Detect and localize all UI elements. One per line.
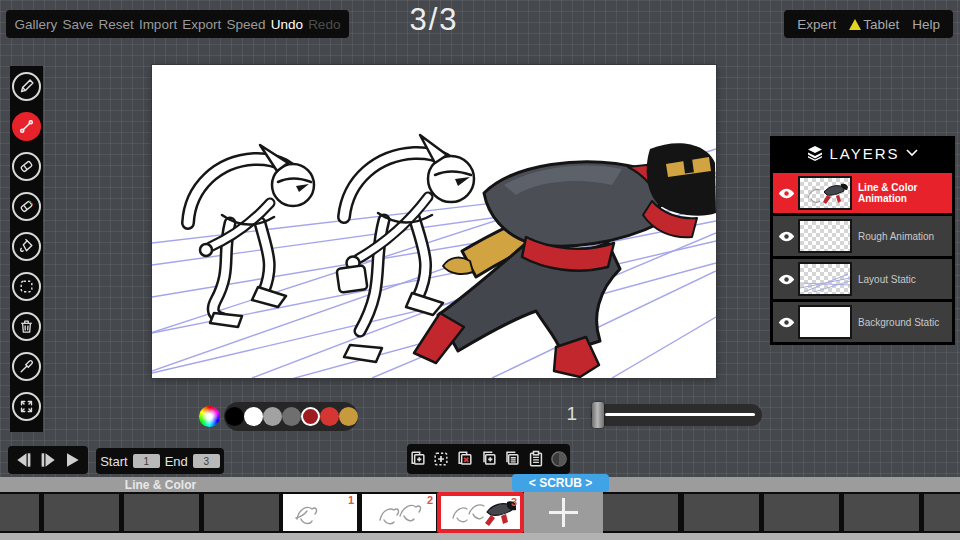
duplicate-frame-button[interactable] bbox=[501, 448, 523, 470]
layers-panel-title: LAYERS bbox=[829, 145, 899, 162]
color-swatch-bar bbox=[224, 402, 358, 431]
visibility-eye-icon[interactable] bbox=[776, 273, 796, 286]
fit-view-tool-button[interactable] bbox=[12, 392, 41, 421]
delete-frame-button[interactable] bbox=[454, 448, 476, 470]
copy-frame-button[interactable] bbox=[478, 448, 500, 470]
layer-label: Line & Color Animation bbox=[858, 182, 949, 204]
empty-frame[interactable] bbox=[844, 494, 919, 531]
color-wheel-picker[interactable] bbox=[199, 406, 220, 427]
empty-frame[interactable] bbox=[924, 494, 960, 531]
swatch-red[interactable] bbox=[320, 407, 339, 426]
line-icon bbox=[18, 118, 35, 135]
pencil-tool-button[interactable] bbox=[12, 72, 41, 101]
visibility-eye-icon[interactable] bbox=[776, 230, 796, 243]
expand-icon bbox=[18, 398, 35, 415]
menu-reset[interactable]: Reset bbox=[98, 17, 133, 32]
chevron-down-icon bbox=[906, 149, 918, 157]
prev-frame-button[interactable] bbox=[14, 450, 34, 470]
swatch-white[interactable] bbox=[244, 407, 263, 426]
layer-row-rough-animation[interactable]: Rough Animation bbox=[773, 213, 952, 256]
menu-help[interactable]: Help bbox=[912, 17, 940, 32]
slider-handle[interactable] bbox=[592, 402, 604, 428]
pencil-icon bbox=[18, 78, 35, 95]
empty-frame[interactable] bbox=[0, 494, 39, 531]
layer-row-background-static[interactable]: Background Static bbox=[773, 299, 952, 342]
frame-thumbnail-3-selected[interactable]: 3 bbox=[437, 492, 524, 533]
layer-thumbnail bbox=[798, 219, 852, 253]
start-frame-input[interactable] bbox=[133, 454, 160, 468]
frame-1-sketch bbox=[283, 494, 357, 531]
color-eraser-tool-button[interactable] bbox=[12, 192, 41, 221]
layer-thumbnail bbox=[798, 262, 852, 296]
brush-size-slider[interactable] bbox=[591, 404, 762, 426]
layers-panel-header[interactable]: LAYERS bbox=[773, 136, 952, 170]
warning-triangle-icon bbox=[849, 19, 861, 30]
layer-thumbnail bbox=[798, 305, 852, 339]
timeline-filmstrip[interactable]: 1 2 bbox=[0, 492, 960, 533]
delete-tool-button[interactable] bbox=[12, 312, 41, 341]
start-label: Start bbox=[100, 454, 127, 469]
visibility-eye-icon[interactable] bbox=[776, 187, 796, 200]
frame-tools-bar bbox=[407, 444, 570, 474]
layer-thumbnail bbox=[798, 176, 852, 210]
layers-stack-icon bbox=[807, 145, 823, 161]
frame-3-sketch bbox=[441, 496, 520, 529]
frame-counter: 3/3 bbox=[152, 2, 716, 38]
layer-row-layout-static[interactable]: Layout Static bbox=[773, 256, 952, 299]
line-tool-button[interactable] bbox=[12, 112, 41, 141]
frame-2-sketch bbox=[362, 494, 436, 531]
trash-icon bbox=[18, 318, 35, 335]
drawing-toolbar bbox=[10, 66, 43, 432]
empty-frame[interactable] bbox=[204, 494, 279, 531]
rect-select-icon bbox=[18, 278, 35, 295]
fill-bucket-icon bbox=[18, 238, 35, 255]
swatch-light-gray[interactable] bbox=[263, 407, 282, 426]
slider-track-line bbox=[605, 413, 755, 416]
eyedropper-tool-button[interactable] bbox=[12, 352, 41, 381]
frame-thumbnail-1[interactable]: 1 bbox=[283, 494, 357, 531]
brush-size-value: 1 bbox=[553, 403, 577, 425]
swatch-gray[interactable] bbox=[282, 407, 301, 426]
onion-skin-button[interactable] bbox=[548, 448, 570, 470]
layer-label: Rough Animation bbox=[858, 231, 934, 242]
visibility-eye-icon[interactable] bbox=[776, 316, 796, 329]
timeline-layer-label: Line & Color bbox=[103, 478, 218, 492]
bottom-strip bbox=[0, 533, 960, 540]
plus-icon bbox=[549, 511, 578, 514]
select-tool-button[interactable] bbox=[12, 272, 41, 301]
menu-save[interactable]: Save bbox=[63, 17, 94, 32]
canvas-drawing bbox=[152, 65, 716, 378]
layer-label: Background Static bbox=[858, 317, 939, 328]
add-frame-cell[interactable] bbox=[524, 492, 603, 533]
swatch-dark-red[interactable] bbox=[301, 407, 320, 426]
empty-frame[interactable] bbox=[44, 494, 119, 531]
next-frame-button[interactable] bbox=[38, 450, 58, 470]
eraser-tool-button[interactable] bbox=[12, 152, 41, 181]
layers-panel: LAYERS Line & Color Animation Rough Anim… bbox=[770, 136, 955, 345]
swatch-black[interactable] bbox=[225, 407, 244, 426]
frame-number: 3 bbox=[511, 496, 517, 508]
menu-expert[interactable]: Expert bbox=[797, 17, 836, 32]
scrub-button[interactable]: < SCRUB > bbox=[512, 474, 609, 492]
empty-frame[interactable] bbox=[124, 494, 199, 531]
layer-row-line-color-animation[interactable]: Line & Color Animation bbox=[773, 170, 952, 213]
play-button[interactable] bbox=[62, 450, 82, 470]
add-frame-button[interactable] bbox=[407, 448, 429, 470]
frame-range-bar: Start End bbox=[96, 448, 224, 474]
fill-bucket-tool-button[interactable] bbox=[12, 232, 41, 261]
add-frame-select-button[interactable] bbox=[431, 448, 453, 470]
empty-frame[interactable] bbox=[684, 494, 759, 531]
menu-tablet[interactable]: Tablet bbox=[849, 17, 899, 32]
end-frame-input[interactable] bbox=[193, 454, 220, 468]
clipboard-button[interactable] bbox=[525, 448, 547, 470]
menu-gallery[interactable]: Gallery bbox=[15, 17, 58, 32]
playback-bar bbox=[8, 446, 88, 474]
empty-frame[interactable] bbox=[764, 494, 839, 531]
frame-thumbnail-2[interactable]: 2 bbox=[362, 494, 436, 531]
eyedropper-icon bbox=[18, 358, 35, 375]
secondary-menu-bar: Expert Tablet Help bbox=[784, 10, 953, 38]
drawing-canvas[interactable] bbox=[152, 65, 716, 378]
swatch-gold[interactable] bbox=[339, 407, 358, 426]
color-eraser-icon bbox=[18, 198, 35, 215]
empty-frame[interactable] bbox=[603, 494, 678, 531]
